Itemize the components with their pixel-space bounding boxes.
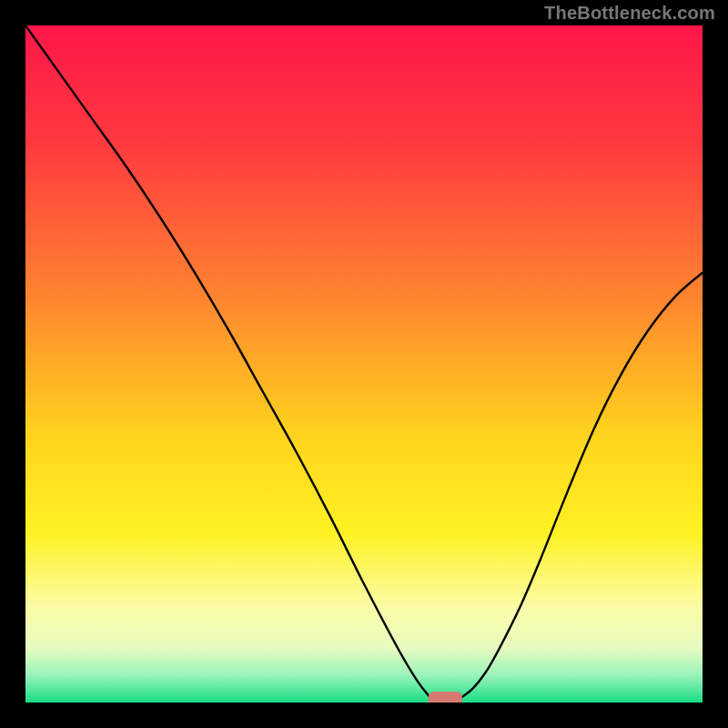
chart-svg	[25, 25, 703, 703]
chart-frame: TheBottleneck.com	[0, 0, 728, 728]
plot-area	[25, 25, 703, 703]
optimum-marker	[429, 692, 462, 703]
gradient-background	[25, 25, 703, 703]
watermark-text: TheBottleneck.com	[544, 3, 715, 24]
